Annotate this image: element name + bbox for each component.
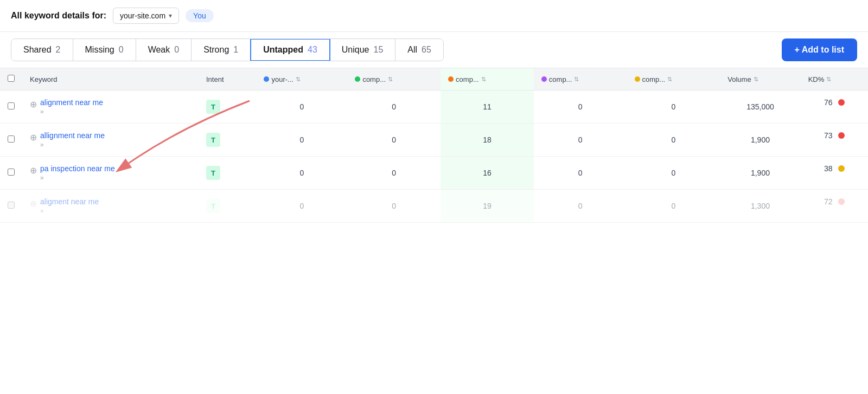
tab-missing[interactable]: Missing 0	[73, 39, 136, 61]
tab-count: 0	[174, 45, 179, 55]
comp1-dot	[355, 76, 360, 82]
col-intent: Intent	[199, 68, 256, 91]
add-keyword-icon[interactable]: ⊕	[30, 198, 37, 209]
tab-weak[interactable]: Weak 0	[136, 39, 192, 61]
header-label: All keyword details for:	[11, 11, 106, 21]
your-site-value: 0	[256, 91, 347, 124]
col-comp2[interactable]: comp... ⇅	[441, 68, 534, 91]
keyword-arrow: »	[40, 174, 44, 182]
volume-value: 1,300	[720, 190, 800, 223]
site-dropdown[interactable]: your-site.com ▾	[113, 8, 179, 24]
kd-dot	[838, 198, 845, 205]
row-checkbox[interactable]	[8, 169, 15, 176]
table-row: ⊕ pa inspection near me » T 0 0 16 0 0 1…	[0, 157, 868, 190]
comp3-value: 0	[534, 91, 627, 124]
row-checkbox-cell[interactable]	[0, 91, 22, 124]
comp1-value: 0	[347, 157, 441, 190]
col-volume[interactable]: Volume ⇅	[720, 68, 800, 91]
kd-dot	[838, 132, 845, 139]
comp2-value: 18	[441, 124, 534, 157]
comp4-value: 0	[627, 91, 720, 124]
tab-label: Strong	[203, 45, 229, 55]
comp4-value: 0	[627, 157, 720, 190]
table-row: ⊕ aligment near me » T 0 0 19 0 0 1,300	[0, 190, 868, 223]
comp2-value: 16	[441, 157, 534, 190]
intent-badge: T	[206, 166, 220, 180]
kd-dot	[838, 99, 845, 106]
tab-label: Shared	[23, 45, 52, 55]
table-body: ⊕ alignment near me » T 0 0 11 0 0 135,0…	[0, 91, 868, 223]
comp3-value: 0	[534, 124, 627, 157]
add-to-list-button[interactable]: + Add to list	[782, 38, 857, 61]
select-all-checkbox-header[interactable]	[0, 68, 22, 91]
row-checkbox-cell[interactable]	[0, 190, 22, 223]
intent-cell: T	[199, 157, 256, 190]
site-name: your-site.com	[120, 11, 165, 20]
intent-cell: T	[199, 91, 256, 124]
kd-dot	[838, 165, 845, 172]
col-comp1[interactable]: comp... ⇅	[347, 68, 441, 91]
tab-count: 1	[233, 45, 238, 55]
your-site-value: 0	[256, 157, 347, 190]
comp4-dot	[635, 76, 640, 82]
kd-value: 73	[801, 124, 868, 147]
keyword-arrow: »	[40, 108, 44, 115]
comp1-value: 0	[347, 190, 441, 223]
you-badge: You	[186, 9, 214, 22]
your-site-value: 0	[256, 124, 347, 157]
comp2-value: 19	[441, 190, 534, 223]
tab-all[interactable]: All 65	[395, 39, 443, 61]
volume-value: 1,900	[720, 124, 800, 157]
row-checkbox[interactable]	[8, 202, 15, 209]
table-header-row: Keyword Intent your-... ⇅	[0, 68, 868, 91]
keyword-link[interactable]: aligment near me	[40, 197, 99, 206]
comp4-value: 0	[627, 124, 720, 157]
comp3-dot	[541, 76, 547, 82]
col-comp3[interactable]: comp... ⇅	[534, 68, 627, 91]
your-site-value: 0	[256, 190, 347, 223]
row-checkbox[interactable]	[8, 135, 15, 143]
add-keyword-icon[interactable]: ⊕	[30, 165, 37, 176]
keyword-cell: ⊕ alignment near me »	[22, 91, 199, 124]
tab-unique[interactable]: Unique 15	[330, 39, 396, 61]
row-checkbox-cell[interactable]	[0, 124, 22, 157]
add-keyword-icon[interactable]: ⊕	[30, 99, 37, 109]
keyword-cell: ⊕ allignment near me »	[22, 124, 199, 157]
header-bar: All keyword details for: your-site.com ▾…	[0, 0, 868, 32]
select-all-checkbox[interactable]	[8, 75, 15, 82]
intent-badge: T	[206, 199, 220, 213]
tab-label: Untapped	[263, 45, 303, 55]
volume-value: 1,900	[720, 157, 800, 190]
keyword-link[interactable]: alignment near me	[40, 98, 103, 107]
comp3-value: 0	[534, 190, 627, 223]
keyword-link[interactable]: allignment near me	[40, 131, 105, 140]
table-wrapper: Keyword Intent your-... ⇅	[0, 68, 868, 223]
tab-shared[interactable]: Shared 2	[11, 39, 73, 61]
tab-strong[interactable]: Strong 1	[192, 39, 251, 61]
tab-count: 43	[308, 45, 317, 55]
intent-cell: T	[199, 124, 256, 157]
chevron-down-icon: ▾	[169, 12, 172, 20]
col-your-site[interactable]: your-... ⇅	[256, 68, 347, 91]
tab-label: Weak	[148, 45, 170, 55]
intent-badge: T	[206, 100, 220, 114]
tab-untapped[interactable]: Untapped 43	[250, 38, 330, 61]
col-kd[interactable]: KD% ⇅	[801, 68, 868, 91]
comp1-value: 0	[347, 91, 441, 124]
your-site-dot	[264, 76, 269, 82]
keyword-link[interactable]: pa inspection near me	[40, 164, 115, 173]
tab-count: 0	[119, 45, 124, 55]
tabs-row: Shared 2Missing 0Weak 0Strong 1Untapped …	[0, 32, 868, 68]
row-checkbox-cell[interactable]	[0, 157, 22, 190]
col-keyword: Keyword	[22, 68, 199, 91]
row-checkbox[interactable]	[8, 102, 15, 109]
kd-value: 38	[801, 157, 868, 180]
tab-count: 15	[373, 45, 383, 55]
tab-count: 65	[422, 45, 431, 55]
comp1-value: 0	[347, 124, 441, 157]
intent-cell: T	[199, 190, 256, 223]
col-comp4[interactable]: comp... ⇅	[627, 68, 720, 91]
add-keyword-icon[interactable]: ⊕	[30, 132, 37, 143]
tab-count: 2	[56, 45, 61, 55]
intent-badge: T	[206, 133, 220, 147]
